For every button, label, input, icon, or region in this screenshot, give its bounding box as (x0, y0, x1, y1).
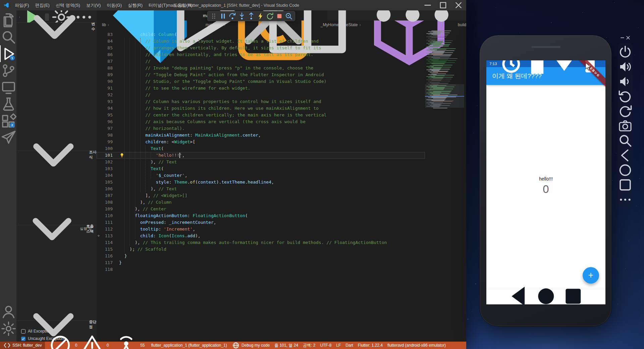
code-line-103[interactable]: 103 Text( (97, 165, 425, 172)
code-line-99[interactable]: 99 children: <Widget>[ (97, 139, 425, 145)
minimize-button[interactable] (420, 0, 435, 10)
breakpoints-section-header[interactable]: 중단점 (16, 320, 97, 328)
code-line-93[interactable]: 93 // Column has various properties to c… (97, 98, 425, 105)
nav-home-button[interactable] (532, 283, 560, 304)
emulator-volume-down-button[interactable] (618, 74, 633, 89)
widget-inspector-button[interactable] (284, 12, 293, 20)
code-line-118[interactable]: 118 (97, 266, 425, 273)
code-line-104[interactable]: 104 '$_counter', (97, 172, 425, 179)
menu-item[interactable]: 파일(F) (12, 0, 32, 10)
activity-explorer[interactable] (0, 12, 16, 29)
statusbar-debug-my-code[interactable]: Debug my code (229, 342, 272, 349)
close-button[interactable] (451, 0, 466, 10)
code-line-96[interactable]: 96 // axis because Columns are vertical … (97, 118, 425, 125)
nav-back-button[interactable] (505, 283, 532, 304)
menu-item[interactable]: 도움말(H) (170, 0, 196, 10)
statusbar-encoding[interactable]: UTF-8 (318, 342, 334, 349)
emulator-screenshot-button[interactable] (618, 118, 633, 133)
code-line-114[interactable]: 114 ), // This trailing comma makes auto… (97, 239, 425, 246)
activity-live-share[interactable] (0, 129, 16, 146)
checkbox[interactable] (21, 337, 25, 341)
activity-search[interactable] (0, 29, 16, 45)
emulator-home-button[interactable] (618, 163, 633, 178)
emulator-minimize-button[interactable] (620, 35, 625, 42)
stop-button[interactable] (275, 12, 284, 20)
statusbar-ports-indicator[interactable]: 55 (111, 342, 147, 349)
code-line-97[interactable]: 97 // horizontal). (97, 125, 425, 132)
drag-handle[interactable] (209, 12, 218, 20)
activity-accounts[interactable] (0, 303, 16, 320)
code-line-102[interactable]: 102 ), // Text (97, 159, 425, 165)
statusbar-eol[interactable]: LF (334, 342, 343, 349)
statusbar-problems-indicator[interactable]: 00 (45, 342, 111, 349)
code-line-98[interactable]: 98 mainAxisAlignment: MainAxisAlignment.… (97, 132, 425, 139)
code-editor[interactable]: 83 child: Column(84 // Column is also a … (97, 29, 425, 342)
emulator-rotate-left-button[interactable] (618, 89, 633, 104)
code-line-100[interactable]: 100 Text( (97, 145, 425, 152)
statusbar-remote-indicator[interactable]: SSH: flutter_dev (0, 342, 45, 349)
restart-button[interactable] (266, 12, 274, 20)
emulator-close-button[interactable] (625, 35, 631, 42)
statusbar-indentation[interactable]: 공백: 2 (301, 342, 318, 349)
variables-section-header[interactable]: 변수 (16, 22, 97, 30)
activity-remote-explorer[interactable] (0, 79, 16, 96)
code-line-109[interactable]: 109 ), // Center (97, 206, 425, 212)
menu-item[interactable]: 편집(E) (32, 0, 53, 10)
code-line-117[interactable]: 117} (97, 259, 425, 266)
code-line-112[interactable]: 112 tooltip: 'Increment', (97, 226, 425, 233)
statusbar-debug-target[interactable]: flutter_application_1 (flutter_applicati… (147, 342, 229, 349)
code-line-111[interactable]: 111 onPressed: _incrementCounter, (97, 219, 425, 226)
call-stack-section-header[interactable]: 호출 스택 실행 중 (16, 225, 97, 232)
code-line-91[interactable]: 91 // to see the wireframe for each widg… (97, 85, 425, 92)
lightbulb-icon[interactable] (119, 153, 124, 158)
code-line-88[interactable]: 88 // Invoke "debug painting" (press "p"… (97, 65, 425, 71)
statusbar-notifications[interactable] (453, 342, 458, 349)
step-over-button[interactable] (228, 12, 237, 20)
code-line-85[interactable]: 85 // arranges them vertically. By defau… (97, 45, 425, 51)
code-line-84[interactable]: 84 // Column is also a layout widget. It… (97, 38, 425, 45)
increment-fab[interactable]: + (583, 267, 599, 284)
statusbar-language-mode[interactable]: Dart (343, 342, 356, 349)
menu-item[interactable]: 터미널(T) (146, 0, 170, 10)
activity-manage[interactable] (0, 320, 16, 337)
menu-item[interactable]: 이동(G) (104, 0, 125, 10)
code-line-115[interactable]: 115 ); // Scaffold (97, 246, 425, 253)
statusbar-flutter-version[interactable]: Flutter: 1.22.4 (356, 342, 385, 349)
minimap[interactable] (425, 30, 464, 112)
code-line-89[interactable]: 89 // "Toggle Debug Paint" action from t… (97, 71, 425, 78)
code-line-108[interactable]: 108 ), // Column (97, 199, 425, 206)
step-out-button[interactable] (247, 12, 256, 20)
code-line-90[interactable]: 90 // Studio, or the "Toggle Debug Paint… (97, 78, 425, 85)
code-line-92[interactable]: 92 // (97, 92, 425, 98)
emulator-power-button[interactable] (618, 45, 633, 59)
code-line-106[interactable]: 106 ), // Text (97, 186, 425, 192)
code-line-101[interactable]: 101 'hello!!!', (97, 152, 425, 159)
pause-button[interactable] (219, 12, 227, 20)
checkbox[interactable] (21, 329, 25, 334)
activity-testing[interactable] (0, 96, 16, 112)
emulator-more-button[interactable] (618, 192, 633, 207)
code-line-94[interactable]: 94 // how it positions its children. Her… (97, 105, 425, 112)
menu-item[interactable]: 실행(R) (125, 0, 146, 10)
code-line-107[interactable]: 107 ], // <Widget>[] (97, 192, 425, 199)
emulator-back-button[interactable] (618, 148, 633, 163)
emulator-volume-up-button[interactable] (618, 59, 633, 74)
hot-reload-button[interactable] (256, 12, 265, 20)
code-line-113[interactable]: +113 child: Icon(Icons.add), (97, 233, 425, 239)
watch-section-header[interactable]: 조사식 (16, 151, 97, 158)
emulator-rotate-right-button[interactable] (618, 104, 633, 118)
activity-extensions[interactable]: 2 (0, 112, 16, 129)
code-line-110[interactable]: 110 floatingActionButton: FloatingAction… (97, 212, 425, 219)
code-line-83[interactable]: 83 child: Column( (97, 31, 425, 38)
emulator-overview-button[interactable] (618, 178, 633, 192)
menu-item[interactable]: 선택 영역(S) (53, 0, 83, 10)
code-line-105[interactable]: 105 style: Theme.of(context).textTheme.h… (97, 179, 425, 186)
statusbar-device-selector[interactable]: flutteravd (android-x86 emulator) (385, 342, 448, 349)
activity-run-and-debug[interactable]: 1 (0, 45, 16, 62)
step-into-button[interactable] (237, 12, 246, 20)
maximize-button[interactable] (435, 0, 451, 10)
emulator-zoom-button[interactable] (618, 133, 633, 148)
nav-overview-button[interactable] (559, 283, 587, 304)
code-line-87[interactable]: 87 // (97, 58, 425, 65)
statusbar-feedback[interactable] (448, 342, 453, 349)
